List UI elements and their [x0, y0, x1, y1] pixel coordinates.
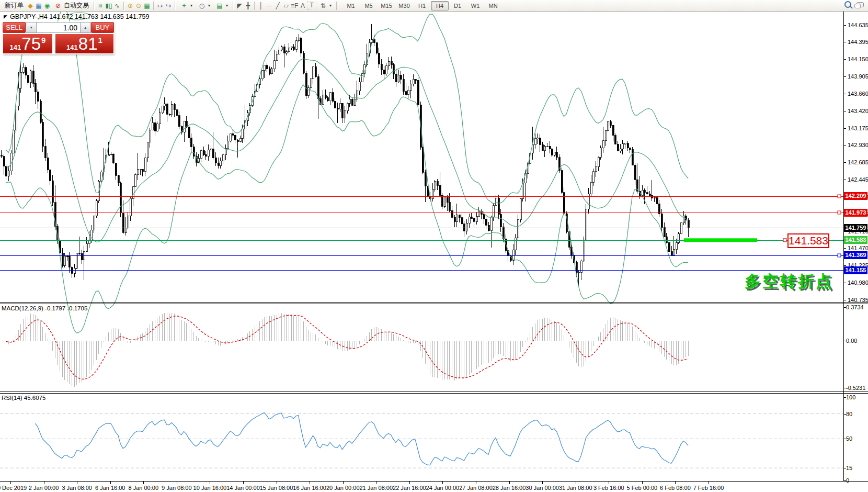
volume-increase-button[interactable]: ▴ [80, 22, 91, 33]
dropdown-arrow-icon: ▾ [226, 3, 228, 8]
buy-price-pip: 1 [98, 36, 102, 44]
auto-trading-label: 自动交易 [64, 1, 89, 10]
chart-area[interactable]: 144.635144.395144.150143.905143.660143.4… [0, 12, 868, 492]
toolbar-separator [233, 2, 233, 10]
toolbar-separator [175, 2, 175, 10]
vertical-line-tool-icon[interactable]: │ [257, 2, 265, 10]
chart-symbol-title: ◤ GBPJPY-,H4 141.672 141.763 141.635 141… [4, 13, 149, 20]
tab-timeframe-d1[interactable]: D1 [449, 1, 466, 10]
symbol-marker-icon: ◤ [4, 14, 7, 19]
line-chart-icon[interactable]: ∿ [113, 2, 121, 10]
buy-price-display[interactable]: 141 81 1 [55, 33, 114, 54]
auto-trading-icon: ⊘ [54, 2, 62, 10]
toolbar-separator [336, 2, 337, 10]
volume-decrease-button[interactable]: ▾ [26, 22, 37, 33]
channel-tool-icon[interactable]: ▱ [282, 2, 290, 10]
tab-timeframe-h1[interactable]: H1 [413, 1, 431, 10]
price-callout[interactable]: 141.583 [787, 233, 829, 248]
tab-timeframe-w1[interactable]: W1 [466, 1, 484, 10]
horizontal-line-tool-icon[interactable]: ─ [265, 2, 273, 10]
chart-canvas[interactable] [0, 12, 868, 492]
text-tool-icon[interactable]: A [299, 2, 307, 10]
terminal-window-icon[interactable]: ▦ [35, 2, 43, 10]
tab-timeframe-m5[interactable]: M5 [360, 1, 378, 10]
chat-icon[interactable] [856, 2, 864, 7]
arrows-tool-button[interactable]: ⇅ ▾ [316, 1, 334, 10]
tab-timeframe-m15[interactable]: M15 [378, 1, 395, 10]
cursor-tool-icon[interactable]: ◤ [235, 2, 244, 10]
toolbar-separator [123, 2, 124, 10]
buy-button[interactable]: BUY [91, 22, 114, 33]
sell-price-prefix: 141 [10, 43, 21, 51]
main-toolbar: 新订单 ◆ ▦ ◉ ⊘ 自动交易 ≡ ▮▯ ∿ ⊕ ⊖ ▦ ↦ ↪ + ▾ ◷ … [0, 0, 868, 12]
sell-button[interactable]: SELL [3, 22, 26, 33]
volume-input[interactable] [37, 22, 80, 33]
dropdown-arrow-icon: ▾ [190, 3, 192, 8]
bar-chart-icon[interactable]: ≡ [96, 2, 105, 10]
zoom-in-icon[interactable]: ⊕ [126, 2, 134, 10]
search-icon[interactable] [844, 1, 851, 8]
new-order-button[interactable]: 新订单 [2, 1, 26, 10]
turning-point-annotation[interactable]: 多空转折点 [745, 271, 833, 293]
chart-shift-icon[interactable]: ↪ [164, 2, 173, 10]
tab-timeframe-m1[interactable]: M1 [342, 1, 360, 10]
toolbar-separator [94, 2, 94, 10]
dropdown-arrow-icon: ▾ [208, 3, 210, 8]
periods-clock-icon: ◷ [198, 2, 206, 10]
templates-button[interactable]: ▤ ▾ [213, 1, 231, 10]
timeframe-group: M1 M5 M15 M30 H1 H4 D1 W1 MN [342, 1, 502, 10]
one-click-trading-panel: SELL ▾ ▴ BUY 141 75 9 141 81 1 [3, 22, 114, 54]
tab-timeframe-h4[interactable]: H4 [431, 1, 449, 10]
symbol-ohlc-text: GBPJPY-,H4 141.672 141.763 141.635 141.7… [10, 13, 149, 20]
sell-price-display[interactable]: 141 75 9 [3, 33, 53, 54]
new-order-label: 新订单 [5, 1, 24, 10]
label-tool-icon[interactable]: T [307, 2, 316, 9]
macd-label: MACD(12,26,9) -0.1797 -0.1705 [2, 305, 87, 311]
rsi-label: RSI(14) 45.6075 [2, 395, 45, 401]
tile-windows-icon[interactable]: ▦ [143, 2, 151, 10]
signal-icon[interactable]: ◉ [43, 2, 51, 10]
fibonacci-tool-icon[interactable]: ≡F [290, 2, 299, 10]
trendline-tool-icon[interactable]: ╱ [273, 2, 282, 10]
crosshair-tool-icon[interactable]: ╋ [244, 2, 252, 10]
auto-scroll-icon[interactable]: ↦ [156, 2, 164, 10]
indicators-icon: + [180, 2, 188, 10]
templates-icon: ▤ [215, 2, 224, 10]
periods-button[interactable]: ◷ ▾ [195, 1, 213, 10]
sell-price-pip: 9 [41, 36, 45, 44]
candlestick-chart-icon[interactable]: ▮▯ [105, 2, 113, 10]
buy-price-big: 81 [78, 35, 98, 53]
gold-symbol-icon[interactable]: ◆ [26, 2, 35, 10]
tab-timeframe-mn[interactable]: MN [484, 1, 502, 10]
arrows-tool-icon: ⇅ [319, 2, 327, 10]
zoom-out-icon[interactable]: ⊖ [134, 2, 143, 10]
sell-price-big: 75 [21, 35, 41, 53]
dropdown-arrow-icon: ▾ [329, 3, 332, 8]
auto-trading-button[interactable]: ⊘ 自动交易 [51, 1, 92, 10]
indicators-button[interactable]: + ▾ [177, 1, 195, 10]
toolbar-separator [153, 2, 154, 10]
tab-timeframe-m30[interactable]: M30 [395, 1, 413, 10]
toolbar-separator [254, 2, 255, 10]
buy-price-prefix: 141 [66, 43, 78, 51]
